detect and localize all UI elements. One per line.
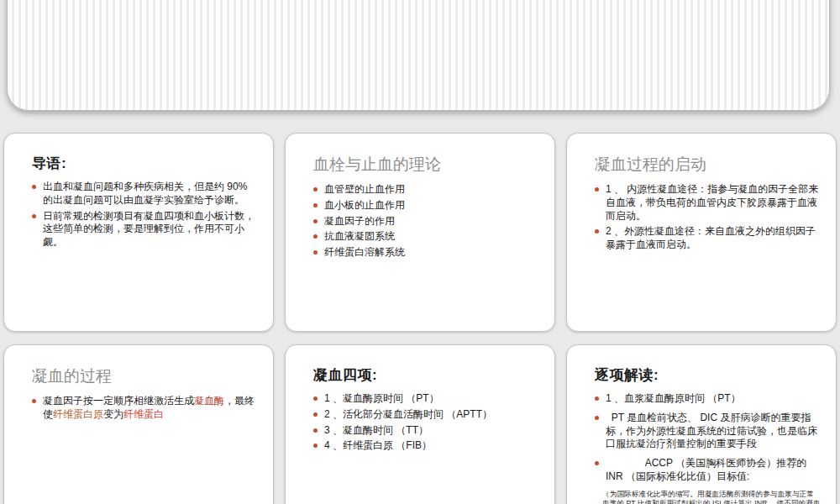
bullet-list: 血管壁的止血作用血小板的止血作用凝血因子的作用抗血液凝固系统纤维蛋白溶解系统 (313, 183, 539, 260)
slide-card-initiation[interactable]: 凝血过程的启动1 、 内源性凝血途径：指参与凝血的因子全部来自血液，带负电荷的血… (566, 133, 837, 332)
text-segment: 抗血液凝固系统 (324, 230, 395, 242)
text-segment: 纤维蛋白 (123, 408, 164, 420)
text-segment: 血管壁的止血作用 (324, 183, 405, 195)
bullet-item: 4 、纤维蛋白原 （FIB） (313, 439, 539, 453)
bullet-item: 抗血液凝固系统 (313, 230, 539, 244)
slide-card-intro[interactable]: 导语:出血和凝血问题和多种疾病相关，但是约 90% 的出凝血问题可以由血凝学实验… (3, 133, 274, 332)
bullet-dot-icon (595, 396, 599, 401)
bullet-dot-icon (313, 444, 318, 448)
bullet-dot-icon (32, 185, 36, 189)
text-segment: 3 、凝血酶时间 （TT） (324, 424, 428, 436)
card-title: 凝血过程的启动 (595, 154, 821, 176)
bullet-dot-icon (313, 412, 318, 417)
slide-card-four-tests[interactable]: 凝血四项:1 、凝血酶原时间 （PT）2 、活化部分凝血活酶时间 （APTT）3… (285, 344, 555, 504)
bullet-item: 血小板的止血作用 (313, 199, 539, 213)
bullet-item: 1 、 内源性凝血途径：指参与凝血的因子全部来自血液，带负电荷的血管内皮下胶原暴… (595, 183, 821, 223)
bullet-dot-icon (595, 229, 599, 234)
bullet-dot-icon (595, 416, 599, 420)
card-title: 凝血四项: (313, 365, 539, 385)
bullet-dot-icon (32, 399, 36, 403)
text-segment: 纤维蛋白原 (53, 408, 103, 420)
text-segment: PT 是血检前状态、 DIC 及肝病诊断的重要指标，作为外源性凝血系统的过筛试验… (606, 412, 817, 450)
bullet-dot-icon (313, 396, 318, 401)
bullet-item: PT 是血检前状态、 DIC 及肝病诊断的重要指标，作为外源性凝血系统的过筛试验… (595, 412, 821, 451)
bullet-item: 1 、血浆凝血酶原时间 （PT） (595, 392, 821, 406)
card-title: 导语: (32, 154, 258, 173)
text-segment: 日前常规的检测项目有凝血四项和血小板计数，这些简单的检测，要是理解到位，作用不可… (43, 210, 255, 249)
bullet-dot-icon (313, 219, 318, 223)
card-title: 逐项解读: (595, 365, 821, 385)
cards-grid: 导语:出血和凝血问题和多种疾病相关，但是约 90% 的出凝血问题可以由血凝学实验… (3, 133, 837, 504)
bullet-item: 凝血因子按一定顺序相继激活生成凝血酶，最终使纤维蛋白原变为纤维蛋白 (32, 395, 258, 422)
card-title: 凝血的过程 (32, 365, 258, 387)
text-segment: 1 、凝血酶原时间 （PT） (324, 392, 439, 404)
text-segment: 凝血因子按一定顺序相继激活生成 (43, 395, 194, 407)
bullet-dot-icon (313, 187, 318, 192)
bullet-item: 2 、活化部分凝血活酶时间 （APTT） (313, 408, 539, 422)
bullet-dot-icon (32, 214, 36, 218)
bullet-dot-icon (595, 461, 599, 465)
text-segment: 凝血因子的作用 (324, 215, 395, 227)
text-segment: 2 、外源性凝血途径：来自血液之外的组织因子暴露于血液而启动。 (606, 225, 816, 250)
bullet-dot-icon (313, 428, 318, 433)
bullet-item: 出血和凝血问题和多种疾病相关，但是约 90% 的出凝血问题可以由血凝学实验室给予… (32, 181, 258, 207)
bullet-list: 1 、凝血酶原时间 （PT）2 、活化部分凝血活酶时间 （APTT）3 、凝血酶… (313, 392, 539, 453)
slide-card-theory[interactable]: 血栓与止血的理论血管壁的止血作用血小板的止血作用凝血因子的作用抗血液凝固系统纤维… (285, 133, 555, 332)
bullet-dot-icon (313, 250, 318, 255)
striped-slide-preview[interactable] (7, 0, 830, 111)
text-segment: 2 、活化部分凝血活酶时间 （APTT） (324, 408, 492, 420)
bullet-item: 纤维蛋白溶解系统 (313, 246, 539, 260)
bullet-list: 1 、 内源性凝血途径：指参与凝血的因子全部来自血液，带负电荷的血管内皮下胶原暴… (595, 183, 821, 252)
slide-card-interpretation[interactable]: 逐项解读:1 、血浆凝血酶原时间 （PT） PT 是血检前状态、 DIC 及肝病… (566, 344, 837, 504)
text-segment: 血小板的止血作用 (324, 199, 405, 211)
bullet-list: 凝血因子按一定顺序相继激活生成凝血酶，最终使纤维蛋白原变为纤维蛋白 (32, 395, 258, 422)
bullet-list: 出血和凝血问题和多种疾病相关，但是约 90% 的出凝血问题可以由血凝学实验室给予… (32, 181, 258, 249)
bullet-dot-icon (313, 234, 318, 239)
bullet-item: 血管壁的止血作用 (313, 183, 539, 197)
text-segment: 1 、 内源性凝血途径：指参与凝血的因子全部来自血液，带负电荷的血管内皮下胶原暴… (606, 183, 818, 222)
fine-print-note: （为国际标准化比率的缩写。用凝血活酶所测得的参与血浆与正常血浆的 PT 比值和所… (595, 490, 821, 504)
text-segment: 出血和凝血问题和多种疾病相关，但是约 90% 的出凝血问题可以由血凝学实验室给予… (43, 181, 250, 206)
bullet-dot-icon (595, 187, 599, 192)
bullet-dot-icon (313, 203, 318, 207)
bullet-list: 1 、血浆凝血酶原时间 （PT） PT 是血检前状态、 DIC 及肝病诊断的重要… (595, 392, 821, 484)
text-segment: 凝血酶 (194, 395, 224, 407)
card-title: 血栓与止血的理论 (313, 154, 539, 176)
bullet-item: ACCP （美国胸科医师协会）推荐的 INR （国际标准化比值）目标值: (595, 457, 821, 484)
bullet-item: 2 、外源性凝血途径：来自血液之外的组织因子暴露于血液而启动。 (595, 225, 821, 252)
text-segment: 4 、纤维蛋白原 （FIB） (324, 439, 432, 451)
bullet-item: 凝血因子的作用 (313, 215, 539, 228)
text-segment: ACCP （美国胸科医师协会）推荐的 INR （国际标准化比值）目标值: (606, 457, 810, 482)
text-segment: （为国际标准化比率的缩写。用凝血活酶所测得的参与血浆与正常血浆的 PT 比值和所… (602, 490, 821, 504)
slide-card-process[interactable]: 凝血的过程凝血因子按一定顺序相继激活生成凝血酶，最终使纤维蛋白原变为纤维蛋白 (3, 344, 274, 504)
bullet-item: 1 、凝血酶原时间 （PT） (313, 392, 539, 406)
text-segment: 1 、血浆凝血酶原时间 （PT） (606, 392, 741, 404)
text-segment: 纤维蛋白溶解系统 (324, 246, 405, 258)
bullet-item: 日前常规的检测项目有凝血四项和血小板计数，这些简单的检测，要是理解到位，作用不可… (32, 210, 258, 249)
text-segment: 变为 (103, 408, 123, 420)
bullet-item: 3 、凝血酶时间 （TT） (313, 424, 539, 438)
